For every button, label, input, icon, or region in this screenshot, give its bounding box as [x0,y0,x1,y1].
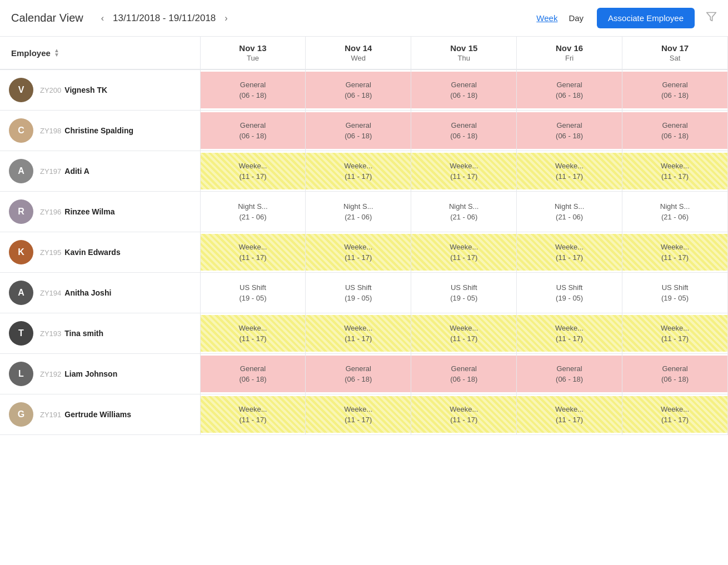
shift-cell-r3-d3[interactable]: Night S... (21 - 06) [517,192,622,232]
shift-cell-r6-d4[interactable]: Weeke... (11 - 17) [622,313,728,354]
shift-cell-r1-d0[interactable]: General (06 - 18) [200,111,306,151]
shift-inner: US Shift (19 - 05) [411,274,516,311]
shift-cell-r0-d4[interactable]: General (06 - 18) [622,69,728,111]
shift-cell-r0-d3[interactable]: General (06 - 18) [517,69,622,111]
employee-name: Tina smith [64,329,103,338]
shift-cell-r5-d0[interactable]: US Shift (19 - 05) [200,273,306,313]
shift-cell-r3-d4[interactable]: Night S... (21 - 06) [622,192,728,232]
shift-cell-r5-d2[interactable]: US Shift (19 - 05) [411,273,517,313]
employee-cell[interactable]: G ZY191 Gertrude Williams [0,394,200,435]
shift-name: General [416,81,512,89]
shift-cell-r7-d4[interactable]: General (06 - 18) [622,354,728,394]
shift-name: Weeke... [521,405,617,413]
shift-cell-r7-d0[interactable]: General (06 - 18) [200,354,306,394]
table-row: V ZY200 Vignesh TK General (06 - 18) Gen… [0,69,728,111]
table-row: R ZY196 Rinzee Wilma Night S... (21 - 06… [0,192,728,232]
shift-cell-r5-d4[interactable]: US Shift (19 - 05) [622,273,728,313]
employee-name: Vignesh TK [64,86,107,94]
shift-cell-r6-d0[interactable]: Weeke... (11 - 17) [200,313,306,354]
shift-cell-r7-d2[interactable]: General (06 - 18) [411,354,517,394]
shift-inner: Weeke... (11 - 17) [517,153,622,189]
shift-cell-r8-d3[interactable]: Weeke... (11 - 17) [517,394,622,435]
shift-name: General [521,364,617,373]
shift-cell-r0-d0[interactable]: General (06 - 18) [200,69,306,111]
prev-week-button[interactable]: ‹ [97,12,108,25]
employee-id: ZY194 [40,289,61,297]
shift-name: General [205,121,301,129]
shift-cell-r6-d3[interactable]: Weeke... (11 - 17) [517,313,622,354]
employee-cell[interactable]: V ZY200 Vignesh TK [0,69,200,111]
shift-time: (06 - 18) [310,91,406,99]
shift-cell-r0-d1[interactable]: General (06 - 18) [306,69,411,111]
shift-cell-r0-d2[interactable]: General (06 - 18) [411,69,517,111]
shift-cell-r2-d3[interactable]: Weeke... (11 - 17) [517,151,622,192]
shift-inner: General (06 - 18) [622,112,727,149]
shift-time: (11 - 17) [310,253,406,262]
employee-cell[interactable]: C ZY198 Christine Spalding [0,111,200,151]
shift-time: (11 - 17) [521,253,617,262]
sort-arrows-icon[interactable]: ▲▼ [54,48,59,57]
shift-cell-r3-d1[interactable]: Night S... (21 - 06) [306,192,411,232]
employee-cell[interactable]: A ZY197 Aditi A [0,151,200,192]
day-name-3: Fri [521,54,617,62]
shift-cell-r7-d1[interactable]: General (06 - 18) [306,354,411,394]
shift-cell-r5-d1[interactable]: US Shift (19 - 05) [306,273,411,313]
shift-inner: General (06 - 18) [622,72,727,108]
employee-id: ZY195 [40,248,61,257]
associate-employee-button[interactable]: Associate Employee [597,8,695,28]
employee-id: ZY200 [40,86,61,94]
shift-cell-r4-d2[interactable]: Weeke... (11 - 17) [411,232,517,273]
shift-cell-r1-d3[interactable]: General (06 - 18) [517,111,622,151]
shift-time: (11 - 17) [310,416,406,424]
day-view-button[interactable]: Day [564,11,588,25]
shift-cell-r2-d0[interactable]: Weeke... (11 - 17) [200,151,306,192]
shift-cell-r8-d0[interactable]: Weeke... (11 - 17) [200,394,306,435]
employee-cell[interactable]: A ZY194 Anitha Joshi [0,273,200,313]
employee-cell[interactable]: L ZY192 Liam Johnson [0,354,200,394]
shift-cell-r7-d3[interactable]: General (06 - 18) [517,354,622,394]
shift-cell-r2-d4[interactable]: Weeke... (11 - 17) [622,151,728,192]
shift-inner: General (06 - 18) [517,72,622,108]
shift-inner: Weeke... (11 - 17) [622,315,727,352]
employee-id: ZY191 [40,411,61,419]
shift-cell-r1-d1[interactable]: General (06 - 18) [306,111,411,151]
shift-cell-r1-d2[interactable]: General (06 - 18) [411,111,517,151]
employee-cell[interactable]: K ZY195 Kavin Edwards [0,232,200,273]
shift-time: (06 - 18) [627,91,723,99]
shift-name: General [310,121,406,129]
week-view-button[interactable]: Week [532,11,562,25]
shift-cell-r5-d3[interactable]: US Shift (19 - 05) [517,273,622,313]
shift-cell-r8-d2[interactable]: Weeke... (11 - 17) [411,394,517,435]
shift-cell-r2-d1[interactable]: Weeke... (11 - 17) [306,151,411,192]
employee-info: C ZY198 Christine Spalding [9,118,191,143]
shift-time: (19 - 05) [310,294,406,302]
shift-cell-r4-d3[interactable]: Weeke... (11 - 17) [517,232,622,273]
shift-cell-r2-d2[interactable]: Weeke... (11 - 17) [411,151,517,192]
shift-cell-r1-d4[interactable]: General (06 - 18) [622,111,728,151]
shift-cell-r3-d0[interactable]: Night S... (21 - 06) [200,192,306,232]
avatar: R [9,199,33,224]
shift-cell-r6-d1[interactable]: Weeke... (11 - 17) [306,313,411,354]
shift-cell-r6-d2[interactable]: Weeke... (11 - 17) [411,313,517,354]
employee-text: ZY200 Vignesh TK [40,86,107,94]
shift-cell-r4-d4[interactable]: Weeke... (11 - 17) [622,232,728,273]
filter-icon[interactable] [706,11,717,25]
shift-inner: General (06 - 18) [201,356,306,392]
shift-time: (11 - 17) [627,253,723,262]
employee-cell[interactable]: T ZY193 Tina smith [0,313,200,354]
shift-time: (06 - 18) [521,132,617,140]
employee-cell[interactable]: R ZY196 Rinzee Wilma [0,192,200,232]
shift-cell-r3-d2[interactable]: Night S... (21 - 06) [411,192,517,232]
shift-inner: General (06 - 18) [517,112,622,149]
shift-cell-r8-d4[interactable]: Weeke... (11 - 17) [622,394,728,435]
shift-cell-r4-d0[interactable]: Weeke... (11 - 17) [200,232,306,273]
shift-cell-r8-d1[interactable]: Weeke... (11 - 17) [306,394,411,435]
shift-time: (11 - 17) [205,253,301,262]
table-row: T ZY193 Tina smith Weeke... (11 - 17) We… [0,313,728,354]
shift-inner: General (06 - 18) [411,356,516,392]
shift-inner: Weeke... (11 - 17) [517,234,622,271]
shift-name: Weeke... [416,405,512,413]
shift-cell-r4-d1[interactable]: Weeke... (11 - 17) [306,232,411,273]
next-week-button[interactable]: › [220,12,232,25]
employee-column-header: Employee ▲▼ [0,37,200,69]
